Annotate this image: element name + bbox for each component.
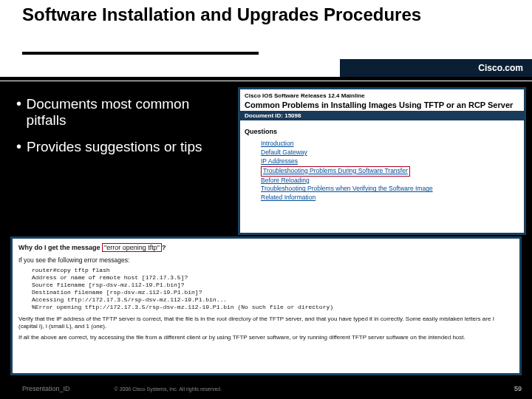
doc-link[interactable]: Before Reloading: [261, 177, 310, 184]
doc-link-highlighted[interactable]: Troubleshooting Problems During Software…: [261, 166, 410, 177]
snippet-paragraph: If all the above are correct, try access…: [18, 334, 514, 341]
doc-id-bar: Document ID: 15098: [240, 111, 524, 120]
slide-header: Software Installation and Upgrades Proce…: [0, 0, 532, 81]
question-highlight: "error opening tftp": [102, 243, 162, 252]
doc-link[interactable]: Default Gateway: [261, 149, 307, 156]
question-suffix: ?: [162, 244, 166, 251]
doc-breadcrumb: Cisco IOS Software Releases 12.4 Mainlin…: [240, 89, 524, 100]
bullet-item: • Provides suggestions or tips: [16, 139, 227, 155]
doc-link[interactable]: Troubleshooting Problems when Verifying …: [261, 185, 433, 192]
title-wrap: Software Installation and Upgrades Proce…: [22, 4, 488, 25]
doc-link[interactable]: IP Addresses: [261, 157, 298, 165]
presentation-id: Presentation_ID: [22, 385, 70, 392]
snippet-paragraph: Verify that the IP address of the TFTP s…: [18, 316, 514, 331]
document-panel: Cisco IOS Software Releases 12.4 Mainlin…: [238, 87, 526, 235]
slide-title: Software Installation and Upgrades Proce…: [22, 4, 488, 25]
code-block: router#copy tftp flash Address or name o…: [32, 267, 514, 311]
doc-link[interactable]: Introduction: [261, 140, 293, 147]
snippet-panel: Why do I get the message "error opening …: [10, 236, 522, 375]
doc-link[interactable]: Related Information: [261, 194, 316, 201]
snippet-lead: If you see the following error messages:: [18, 256, 514, 264]
bullet-item: • Documents most common pitfalls: [16, 96, 227, 129]
question-prefix: Why do I get the message: [18, 244, 100, 251]
questions-heading: Questions: [240, 120, 524, 138]
bullet-dot-icon: •: [16, 139, 27, 155]
copyright: © 2006 Cisco Systems, Inc. All rights re…: [115, 386, 222, 392]
bullet-text: Provides suggestions or tips: [27, 139, 202, 155]
brand-bar: Cisco.com: [340, 59, 532, 77]
slide-footer: Presentation_ID © 2006 Cisco Systems, In…: [0, 378, 532, 399]
slide: Software Installation and Upgrades Proce…: [0, 0, 532, 399]
doc-title: Common Problems in Installing Images Usi…: [240, 100, 524, 111]
slide-body: • Documents most common pitfalls • Provi…: [0, 87, 532, 378]
header-separator: [0, 77, 532, 81]
snippet-question: Why do I get the message "error opening …: [18, 243, 514, 252]
bullet-list: • Documents most common pitfalls • Provi…: [16, 96, 227, 166]
bullet-text: Documents most common pitfalls: [27, 96, 227, 129]
title-underline: [22, 52, 259, 55]
page-number: 59: [514, 385, 522, 392]
brand-label: Cisco.com: [478, 63, 523, 73]
link-list: Introduction Default Gateway IP Addresse…: [240, 138, 524, 204]
bullet-dot-icon: •: [16, 96, 27, 129]
